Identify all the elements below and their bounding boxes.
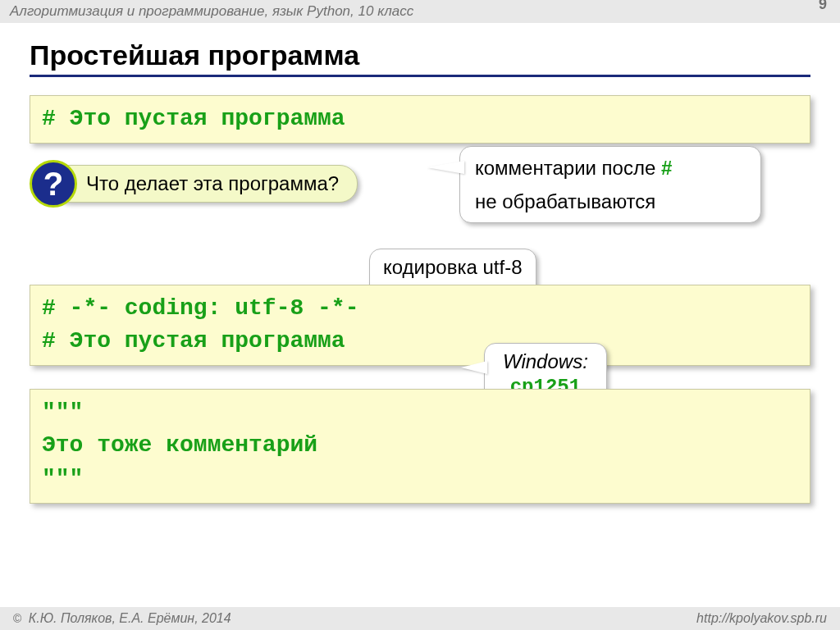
header-bar: Алгоритмизация и программирование, язык … [0,0,840,23]
slide-content: Простейшая программа # Это пустая програ… [0,23,840,504]
code1-line1: # Это пустая программа [42,103,798,136]
code-block-2: # -*- coding: utf-8 -*- # Это пустая про… [30,285,810,366]
callout-hash-part1: комментарии после [475,157,661,179]
code-block-1: # Это пустая программа [30,95,810,144]
hash-icon: # [661,157,672,179]
code2-line2: # Это пустая программа [42,325,798,358]
callout-tail-win [461,361,487,374]
slide-title: Простейшая программа [30,39,810,77]
question-mark-icon: ? [30,160,77,208]
code-block-3: """ Это тоже комментарий """ [30,389,810,504]
code3-line3: """ [42,463,798,496]
footer-authors: К.Ю. Поляков, Е.А. Ерёмин, 2014 [29,611,231,625]
question-bubble: Что делает эта программа? [51,165,358,203]
code3-line2: Это тоже комментарий [42,429,798,463]
footer-left: © К.Ю. Поляков, Е.А. Ерёмин, 2014 [13,611,231,626]
callout-hash-part2: не обрабатываются [475,189,746,214]
header-subject: Алгоритмизация и программирование, язык … [10,3,413,20]
footer-bar: © К.Ю. Поляков, Е.А. Ерёмин, 2014 http:/… [0,607,840,630]
callout-comments-after-hash: комментарии после # не обрабатываются [459,146,761,223]
code2-line1: # -*- coding: utf-8 -*- [42,292,798,326]
page-number: 9 [819,0,827,13]
footer-url: http://kpolyakov.spb.ru [696,611,827,626]
code3-line1: """ [42,396,798,430]
callout-win-line1: Windows: [503,349,588,374]
callout-tail-hash [427,161,464,174]
callout-enc-line1: кодировка utf-8 [383,254,523,280]
copyright-icon: © [13,612,21,625]
